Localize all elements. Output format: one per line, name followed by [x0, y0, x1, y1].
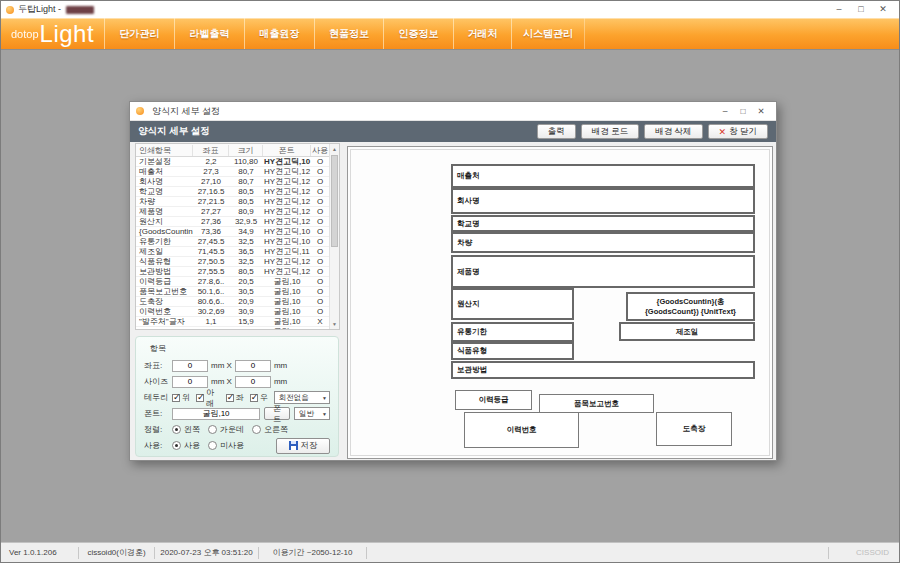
table-row[interactable]: 이력등급27.8,6..20,5굴림,10O	[136, 277, 339, 287]
chevron-down-icon: ▼	[322, 411, 327, 417]
table-cell: 유통기한	[136, 238, 193, 246]
col-header-size[interactable]: 크기	[229, 145, 263, 156]
table-cell: HY견고딕,12	[263, 188, 311, 196]
size-x-input[interactable]	[172, 376, 208, 388]
preview-box-food-type[interactable]: 식품유형	[451, 342, 574, 360]
scrollbar-thumb[interactable]	[331, 155, 338, 247]
table-row[interactable]: 3,240,9굴림,10X	[136, 327, 339, 330]
table-cell: 도축장	[136, 298, 193, 306]
table-row[interactable]: "발주처"글자1,115,9굴림,10X	[136, 317, 339, 327]
background-load-button[interactable]: 배경 로드	[581, 124, 639, 139]
col-header-use[interactable]: 사용	[311, 145, 329, 156]
border-right-checkbox[interactable]	[250, 394, 258, 402]
preview-box-product-name[interactable]: 제품명	[451, 255, 755, 288]
preview-box-slaughterhouse[interactable]: 도축장	[656, 412, 732, 446]
preview-box-school-name[interactable]: 학교명	[451, 215, 755, 232]
table-row[interactable]: 학교명27,16.580,5HY견고딕,12O	[136, 187, 339, 197]
table-row[interactable]: 유통기한27,45.532,5HY견고딕,10O	[136, 237, 339, 247]
col-header-item[interactable]: 인쇄항목	[136, 145, 193, 156]
preview-box-trace-grade[interactable]: 이력등급	[455, 390, 532, 410]
preview-box-item-report-no[interactable]: 품목보고번호	[539, 394, 654, 413]
table-row[interactable]: 품목보고번호50.1,6..30,5굴림,10O	[136, 287, 339, 297]
table-row[interactable]: 보관방법27,55.580,5HY견고딕,12O	[136, 267, 339, 277]
table-row[interactable]: 기본설정2,2110,80HY견고딕,10O	[136, 157, 339, 167]
preview-box-manufacture-date[interactable]: 제조일	[619, 322, 755, 341]
red-x-icon: ✕	[719, 127, 727, 137]
table-cell: 20,5	[229, 278, 263, 286]
preview-box-trace-no[interactable]: 이력번호	[464, 412, 579, 448]
table-row[interactable]: 이력번호30.2,6930,9굴림,10O	[136, 307, 339, 317]
table-cell: 32,5	[229, 238, 263, 246]
table-cell: 80.6,6..	[193, 298, 229, 306]
table-row[interactable]: 회사명27,1080,7HY견고딕,12O	[136, 177, 339, 187]
use-yes-radio[interactable]	[172, 441, 181, 450]
preview-box-company-name[interactable]: 회사명	[451, 188, 755, 214]
use-no-radio[interactable]	[208, 441, 217, 450]
scroll-down-icon[interactable]: ▼	[330, 319, 339, 329]
dialog-maximize-icon[interactable]: □	[734, 103, 752, 119]
menu-item-price[interactable]: 단가관리	[104, 18, 174, 49]
menu-item-system[interactable]: 시스템관리	[511, 18, 585, 49]
border-bottom-checkbox[interactable]	[196, 394, 204, 402]
preview-box-goods-count[interactable]: {GoodsCountin}(총 {GoodsCount}) {UnitText…	[626, 292, 755, 321]
close-window-button[interactable]: ✕ 창 닫기	[708, 124, 768, 139]
minimize-icon[interactable]: –	[828, 2, 850, 17]
menu-item-clients[interactable]: 거래처	[453, 18, 511, 49]
table-row[interactable]: 식품유형27,50.532,5HY견고딕,12O	[136, 257, 339, 267]
maximize-icon[interactable]: □	[850, 2, 872, 17]
save-button[interactable]: 저장	[276, 438, 330, 454]
table-row[interactable]: 도축장80.6,6..20,9굴림,10O	[136, 297, 339, 307]
table-row[interactable]: 원산지27,3632,9.5HY견고딕,12O	[136, 217, 339, 227]
menu-item-goods-info[interactable]: 현품정보	[314, 18, 383, 49]
col-header-font[interactable]: 폰트	[263, 145, 311, 156]
form-preview-area[interactable]: 매출처 회사명 학교명 차량 제품명 원산지 {GoodsCountin}(총 …	[347, 146, 773, 459]
item-edit-panel: 항목 좌표: mm X mm 사이즈 mm X mm 테두리	[135, 336, 339, 457]
table-cell: {GoodsCountin...	[136, 228, 193, 236]
background-delete-button[interactable]: 배경 삭제	[644, 124, 702, 139]
font-button[interactable]: 폰트	[264, 407, 290, 420]
size-y-input[interactable]	[235, 376, 271, 388]
size-label: 사이즈	[144, 376, 172, 387]
col-header-coord[interactable]: 좌표	[193, 145, 229, 156]
table-cell: 굴림,10	[263, 278, 311, 286]
style-select[interactable]: 일반 ▼	[294, 407, 330, 420]
border-top-checkbox[interactable]	[172, 394, 180, 402]
table-cell: 80,7	[229, 178, 263, 186]
table-cell: HY견고딕,10	[263, 158, 311, 166]
table-row[interactable]: 차량27,21.580,5HY견고딕,12O	[136, 197, 339, 207]
size-unit: mm	[274, 377, 287, 386]
dialog-close-icon[interactable]: ✕	[752, 103, 770, 119]
preview-box-sales-client[interactable]: 매출처	[451, 164, 755, 188]
menu-item-cert-info[interactable]: 인증정보	[383, 18, 453, 49]
preview-box-storage-method[interactable]: 보관방법	[451, 361, 755, 379]
preview-box-expiry-date[interactable]: 유통기한	[451, 322, 574, 342]
table-row[interactable]: 매출처27,380,7HY견고딕,12O	[136, 167, 339, 177]
dialog-titlebar[interactable]: 양식지 세부 설정 – □ ✕	[130, 102, 776, 121]
table-scrollbar[interactable]: ▲ ▼	[329, 144, 339, 329]
print-button[interactable]: 출력	[537, 124, 576, 139]
table-cell: 1,1	[193, 318, 229, 326]
scroll-up-icon[interactable]: ▲	[330, 144, 339, 154]
table-cell: O	[311, 278, 329, 286]
close-icon[interactable]: ✕	[872, 2, 894, 17]
align-right-radio[interactable]	[252, 425, 261, 434]
table-cell: HY견고딕,11	[263, 248, 311, 256]
align-center-radio[interactable]	[208, 425, 217, 434]
border-bottom-label: 아래	[206, 387, 220, 409]
table-cell: O	[311, 168, 329, 176]
table-row[interactable]: 제품명27,2780,9HY견고딕,12O	[136, 207, 339, 217]
table-cell: 73,36	[193, 228, 229, 236]
rotation-select[interactable]: 회전없음 ▼	[274, 391, 330, 404]
coord-x-input[interactable]	[172, 360, 208, 372]
menu-item-sales-ledger[interactable]: 매출원장	[244, 18, 314, 49]
align-left-radio[interactable]	[172, 425, 181, 434]
border-left-checkbox[interactable]	[226, 394, 234, 402]
table-row[interactable]: 제조일71,45.536,5HY견고딕,11O	[136, 247, 339, 257]
dialog-minimize-icon[interactable]: –	[716, 103, 734, 119]
preview-box-origin[interactable]: 원산지	[451, 288, 574, 320]
coord-y-input[interactable]	[235, 360, 271, 372]
preview-box-vehicle[interactable]: 차량	[451, 232, 755, 253]
table-row[interactable]: {GoodsCountin...73,3634,9HY견고딕,10O	[136, 227, 339, 237]
font-input[interactable]	[172, 408, 260, 420]
menu-item-label-print[interactable]: 라벨출력	[174, 18, 244, 49]
